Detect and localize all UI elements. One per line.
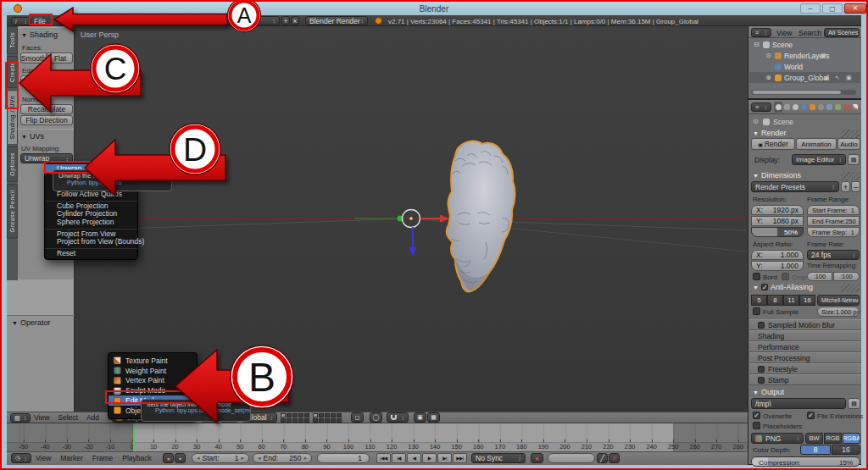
viewport-menu[interactable]: Add xyxy=(86,413,99,422)
timeline-menu[interactable]: View xyxy=(36,454,51,462)
resolution-x-field[interactable]: X:1920 px xyxy=(751,205,804,215)
edge-smooth-button[interactable]: Smooth xyxy=(20,75,47,86)
crop-checkbox[interactable] xyxy=(782,273,789,280)
sync-select[interactable]: No Sync ↕ xyxy=(471,453,526,463)
expander-icon[interactable]: ⊟ xyxy=(753,41,760,48)
mode-menu-item[interactable]: Vertex Paint xyxy=(108,376,197,386)
file-format-select[interactable]: PNG ↕ xyxy=(751,433,804,444)
preset-remove-button[interactable]: – xyxy=(851,181,860,192)
current-frame-field[interactable]: 1 xyxy=(317,453,370,463)
material-tab-icon[interactable] xyxy=(842,102,850,113)
aa-sample-button[interactable]: 11 xyxy=(783,295,799,306)
eye-icon[interactable]: ◉ xyxy=(824,75,829,81)
increment-icon[interactable]: ▸ xyxy=(303,455,307,462)
file-extensions-checkbox[interactable]: ✓ xyxy=(807,412,815,419)
preview-range-button[interactable]: ● xyxy=(163,453,174,463)
frame-step-field[interactable]: Frame Step:1 xyxy=(807,227,860,237)
opengl-render-button[interactable]: ▣ xyxy=(414,412,426,423)
aspect-x-field[interactable]: X:1.000 xyxy=(751,250,804,260)
render-engine-select[interactable]: Blender Render ↕ xyxy=(305,16,368,25)
opengl-render-anim-button[interactable]: ▦ xyxy=(427,412,440,423)
viewport-editor-type-button[interactable]: ▧ ↕ xyxy=(10,413,31,423)
texture-tab-icon[interactable] xyxy=(850,102,859,113)
scrollbar-thumb[interactable] xyxy=(753,91,841,94)
timeline-ruler[interactable]: -50-40-30-20-100102030405060708090100110… xyxy=(7,423,748,451)
uvs-panel-header[interactable]: ▼UVs xyxy=(21,132,44,141)
jump-to-end-button[interactable]: ▶▶| xyxy=(453,453,467,463)
layout-delete-button[interactable]: × xyxy=(199,16,208,25)
border-checkbox[interactable] xyxy=(753,273,760,280)
frame-rate-select[interactable]: 24 fps ↕ xyxy=(807,250,860,260)
overwrite-checkbox[interactable]: ✓ xyxy=(753,412,760,419)
aa-checkbox[interactable]: ✓ xyxy=(761,284,768,290)
aa-sample-button[interactable]: 16 xyxy=(799,295,815,306)
scene-delete-button[interactable]: × xyxy=(291,16,299,25)
play-button[interactable]: ▶ xyxy=(422,453,437,463)
depth-16-button[interactable]: 16 xyxy=(832,445,860,455)
outliner-row[interactable]: ⊟ Scene xyxy=(749,39,860,50)
mode-menu-item[interactable]: Sculpt Mode xyxy=(108,385,197,395)
dimensions-panel-header[interactable]: ▼Dimensions xyxy=(753,171,801,180)
layers-widget-group-2[interactable] xyxy=(313,413,342,423)
collapsed-panel-header[interactable]: Stamp xyxy=(749,374,861,385)
uv-menu-item[interactable]: Project From View xyxy=(45,229,137,237)
outliner-row[interactable]: ⊕ Group_Global xyxy=(749,72,860,83)
render-layers-tab-icon[interactable] xyxy=(782,102,791,113)
tool-shelf-tab[interactable]: Shading / UVs xyxy=(7,90,18,145)
mode-menu-item[interactable]: Texture Paint xyxy=(108,356,197,366)
play-reverse-button[interactable]: ◀ xyxy=(407,453,421,463)
uv-menu-item[interactable]: Sphere Projection xyxy=(45,218,137,226)
prev-keyframe-button[interactable]: |◀ xyxy=(392,453,406,463)
expander-icon[interactable]: ⊙ xyxy=(765,52,772,59)
outliner-row[interactable]: ⊙ RenderLayers xyxy=(749,50,860,61)
head-mesh-object[interactable] xyxy=(413,137,531,296)
layout-add-button[interactable]: + xyxy=(190,16,198,25)
operator-panel-header[interactable]: ▼Operator xyxy=(12,318,50,327)
output-panel-header[interactable]: ▼Output xyxy=(753,388,784,396)
resolution-y-field[interactable]: Y:1080 px xyxy=(751,216,804,226)
output-path-field[interactable]: /tmp\ xyxy=(751,398,846,409)
tool-shelf-tab[interactable]: Create xyxy=(7,56,18,88)
frame-start-field[interactable]: Start Frame:1 xyxy=(807,205,860,215)
collapsed-panel-header[interactable]: Shading xyxy=(749,330,861,341)
uv-menu-item[interactable]: Cylinder Projection xyxy=(45,209,137,218)
expander-icon[interactable]: ⊕ xyxy=(765,74,772,81)
delete-keyframe-button[interactable]: × xyxy=(609,453,620,463)
render-panel-header[interactable]: ▼Render xyxy=(753,129,786,137)
next-keyframe-button[interactable]: ▶| xyxy=(437,453,452,463)
audio-button[interactable]: Audio xyxy=(837,138,860,150)
placeholders-checkbox[interactable] xyxy=(753,422,760,429)
decrement-icon[interactable]: ◂ xyxy=(258,455,261,462)
uv-menu-item[interactable]: Project from View (Bounds) xyxy=(45,237,137,246)
recalculate-button[interactable]: Recalculate xyxy=(20,104,73,114)
object-tab-icon[interactable] xyxy=(808,102,816,113)
panel-checkbox[interactable] xyxy=(758,322,765,329)
shade-smooth-button[interactable]: Smooth xyxy=(20,53,47,64)
world-tab-icon[interactable] xyxy=(799,102,808,113)
layers-widget-group-1[interactable] xyxy=(281,413,309,423)
proportional-edit-button[interactable]: ◯ xyxy=(370,412,382,423)
frame-end-field[interactable]: End Frame:250 xyxy=(807,216,860,226)
collapsed-panel-header[interactable]: Performance xyxy=(749,341,861,352)
outliner-view-menu[interactable]: View xyxy=(776,29,792,37)
help-menu[interactable]: Help xyxy=(92,17,106,25)
frame-end-field[interactable]: ◂ End: 250 ▸ xyxy=(253,453,312,463)
outliner-row[interactable]: World xyxy=(749,61,860,72)
tool-shelf-tab[interactable]: Grease Pencil xyxy=(7,184,18,238)
scene-select[interactable]: Scene ↕ xyxy=(232,16,280,25)
uv-menu-item[interactable]: Reset xyxy=(45,248,137,257)
aspect-y-field[interactable]: Y:1.000 xyxy=(751,261,804,271)
depth-8-button[interactable]: 8 xyxy=(800,445,831,455)
file-menu[interactable]: File xyxy=(34,17,46,25)
collapsed-panel-header[interactable]: Sampled Motion Blur xyxy=(749,319,861,330)
scene-icon-button[interactable]: ⊙ ↕ xyxy=(212,16,231,25)
outliner-scrollbar[interactable] xyxy=(751,90,856,95)
tool-shelf-tab[interactable]: Tools xyxy=(7,26,18,54)
timeline-menu[interactable]: Frame xyxy=(92,454,114,462)
timeline-editor-type-button[interactable]: ◷ ↕ xyxy=(11,453,31,463)
edge-sharp-button[interactable]: Sharp xyxy=(47,75,73,86)
render-restrict-icon[interactable]: ▣ xyxy=(846,75,852,81)
preset-add-button[interactable]: + xyxy=(841,181,850,192)
record-button[interactable]: ● xyxy=(531,453,543,463)
layout-select[interactable]: Default ↕ xyxy=(136,16,188,25)
